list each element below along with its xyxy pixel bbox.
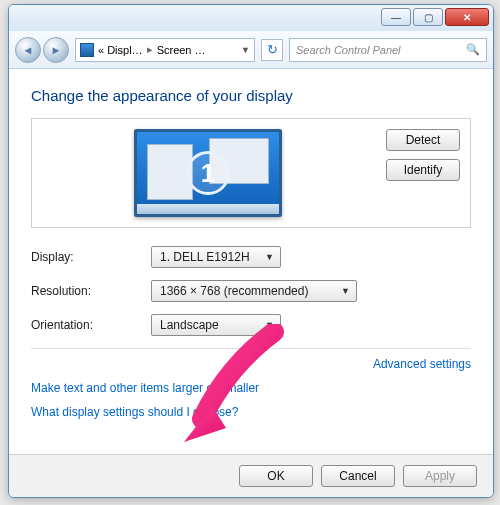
forward-button[interactable]: ► — [43, 37, 69, 63]
monitor-preview-wrap: 1 — [42, 129, 374, 217]
dialog-button-bar: OK Cancel Apply — [9, 454, 493, 497]
resolution-dropdown[interactable]: 1366 × 768 (recommended) ▼ — [151, 280, 357, 302]
navigation-toolbar: ◄ ► « Displ… ▸ Screen … ▼ ↻ Search Contr… — [9, 31, 493, 69]
preview-side-buttons: Detect Identify — [386, 129, 460, 181]
control-panel-icon — [80, 43, 94, 57]
close-icon: ✕ — [463, 12, 471, 23]
content-area: Change the appearance of your display 1 … — [9, 69, 493, 454]
chevron-down-icon: ▼ — [241, 45, 250, 55]
detect-button[interactable]: Detect — [386, 129, 460, 151]
orientation-row: Orientation: Landscape ▼ — [31, 314, 471, 336]
resolution-row: Resolution: 1366 × 768 (recommended) ▼ — [31, 280, 471, 302]
advanced-settings-link[interactable]: Advanced settings — [31, 348, 471, 371]
breadcrumb-part-2: Screen … — [157, 44, 206, 56]
display-label: Display: — [31, 250, 151, 264]
minimize-icon: — — [391, 12, 401, 23]
apply-button[interactable]: Apply — [403, 465, 477, 487]
breadcrumb-separator-icon: ▸ — [147, 43, 153, 56]
chevron-down-icon: ▼ — [265, 252, 274, 262]
control-panel-window: — ▢ ✕ ◄ ► « Displ… ▸ Screen … ▼ ↻ — [8, 4, 494, 498]
refresh-button[interactable]: ↻ — [261, 39, 283, 61]
forward-icon: ► — [51, 44, 62, 56]
orientation-label: Orientation: — [31, 318, 151, 332]
text-size-link[interactable]: Make text and other items larger or smal… — [31, 381, 471, 395]
page-title: Change the appearance of your display — [31, 87, 471, 104]
display-value: 1. DELL E1912H — [160, 250, 250, 264]
display-row: Display: 1. DELL E1912H ▼ — [31, 246, 471, 268]
search-input[interactable]: Search Control Panel 🔍 — [289, 38, 487, 62]
search-icon: 🔍 — [466, 43, 480, 56]
orientation-value: Landscape — [160, 318, 219, 332]
monitor-number-badge: 1 — [186, 151, 230, 195]
orientation-dropdown[interactable]: Landscape ▼ — [151, 314, 281, 336]
resolution-label: Resolution: — [31, 284, 151, 298]
breadcrumb-part-1: « Displ… — [98, 44, 143, 56]
window-titlebar: — ▢ ✕ — [9, 5, 493, 31]
search-placeholder: Search Control Panel — [296, 44, 401, 56]
back-icon: ◄ — [23, 44, 34, 56]
display-dropdown[interactable]: 1. DELL E1912H ▼ — [151, 246, 281, 268]
maximize-button[interactable]: ▢ — [413, 8, 443, 26]
display-preview-box: 1 Detect Identify — [31, 118, 471, 228]
resolution-value: 1366 × 768 (recommended) — [160, 284, 308, 298]
nav-back-forward: ◄ ► — [15, 37, 69, 63]
breadcrumb[interactable]: « Displ… ▸ Screen … ▼ — [75, 38, 255, 62]
ok-button[interactable]: OK — [239, 465, 313, 487]
identify-button[interactable]: Identify — [386, 159, 460, 181]
close-button[interactable]: ✕ — [445, 8, 489, 26]
monitor-preview[interactable]: 1 — [134, 129, 282, 217]
help-link[interactable]: What display settings should I choose? — [31, 405, 471, 419]
taskbar-icon — [137, 204, 279, 214]
cancel-button[interactable]: Cancel — [321, 465, 395, 487]
chevron-down-icon: ▼ — [341, 286, 350, 296]
maximize-icon: ▢ — [424, 12, 433, 23]
back-button[interactable]: ◄ — [15, 37, 41, 63]
minimize-button[interactable]: — — [381, 8, 411, 26]
chevron-down-icon: ▼ — [265, 320, 274, 330]
refresh-icon: ↻ — [267, 42, 278, 57]
